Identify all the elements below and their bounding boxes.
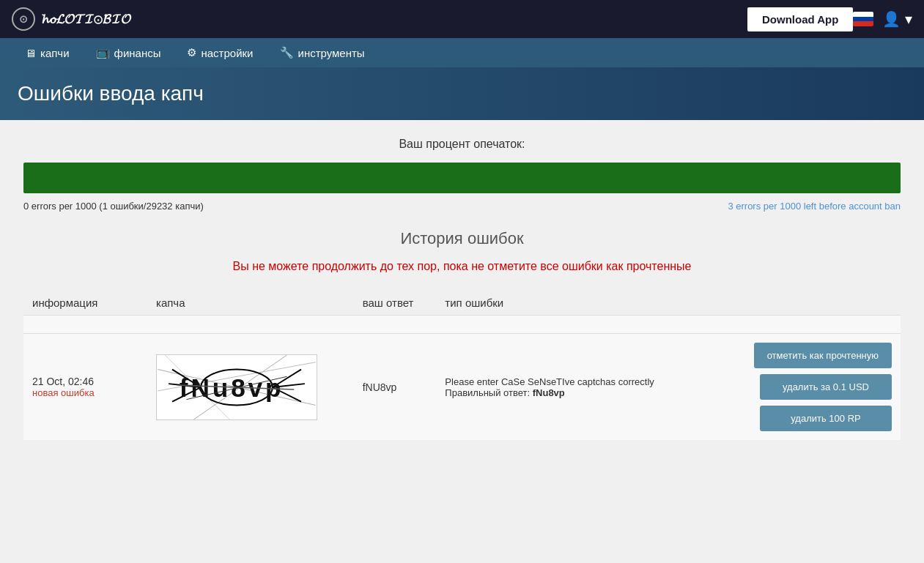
top-navbar: ⊙ 𝓱𝓸𝓛𝓞𝓣𝓘⊙𝓑𝓘𝓞 Download App 👤 ▾	[0, 0, 924, 38]
main-content: Ваш процент опечаток: 0 errors per 1000 …	[0, 120, 924, 458]
captcha-cell: fNu8vp	[147, 334, 354, 441]
error-type-cell: Please enter CaSe SeNseTIve captchas cor…	[436, 334, 725, 441]
history-title: История ошибок	[23, 229, 901, 248]
user-icon[interactable]: 👤 ▾	[882, 10, 912, 28]
error-rate-section: Ваш процент опечаток:	[23, 138, 901, 151]
error-type-text: Please enter CaSe SeNseTIve captchas cor…	[445, 376, 716, 387]
page-header: Ошибки ввода капч	[0, 67, 924, 120]
correct-answer: Правильный ответ: fNu8vp	[445, 387, 716, 398]
logo-text: 𝓱𝓸𝓛𝓞𝓣𝓘⊙𝓑𝓘𝓞	[41, 12, 131, 27]
col-answer: ваш ответ	[354, 291, 437, 316]
table-header-row: информация капча ваш ответ тип ошибки	[23, 291, 901, 316]
error-table: информация капча ваш ответ тип ошибки 21…	[23, 291, 901, 440]
table-row: 21 Oct, 02:46 новая ошибка	[23, 334, 901, 441]
russia-flag-icon	[853, 12, 873, 26]
answer-cell: fNU8vp	[354, 334, 437, 441]
nav-finance[interactable]: 📺 финансы	[83, 38, 174, 67]
correct-label: Правильный ответ:	[445, 387, 530, 398]
nav-settings[interactable]: ⚙ настройки	[174, 38, 266, 67]
settings-label: настройки	[201, 47, 253, 59]
progress-right-label: 3 errors per 1000 left before account ba…	[728, 201, 901, 212]
tools-label: инструменты	[298, 47, 365, 59]
captcha-image: fNu8vp	[156, 354, 317, 420]
progress-left-label: 0 errors per 1000 (1 ошибки/29232 капчи)	[23, 201, 204, 212]
col-actions	[725, 291, 901, 316]
col-captcha: капча	[147, 291, 354, 316]
navbar-right: 👤 ▾	[853, 10, 912, 28]
info-date: 21 Oct, 02:46	[32, 376, 138, 387]
correct-value: fNu8vp	[533, 387, 565, 398]
user-answer: fNU8vp	[363, 381, 397, 393]
warning-message: Вы не можете продолжить до тех пор, пока…	[23, 260, 901, 273]
mark-read-button[interactable]: отметить как прочтенную	[754, 343, 892, 368]
settings-icon: ⚙	[187, 46, 196, 59]
page-title: Ошибки ввода капч	[18, 82, 906, 105]
logo-area: ⊙ 𝓱𝓸𝓛𝓞𝓣𝓘⊙𝓑𝓘𝓞	[12, 7, 730, 31]
action-cell: отметить как прочтенную удалить за 0.1 U…	[725, 334, 901, 441]
captcha-icon: 🖥	[25, 47, 36, 59]
nav-tools[interactable]: 🔧 инструменты	[267, 38, 378, 67]
action-buttons: отметить как прочтенную удалить за 0.1 U…	[734, 343, 892, 431]
delete-usd-button[interactable]: удалить за 0.1 USD	[760, 374, 892, 400]
download-app-button[interactable]: Download App	[747, 7, 853, 31]
table-divider	[23, 316, 901, 334]
tools-icon: 🔧	[280, 46, 294, 59]
finance-icon: 📺	[96, 46, 110, 59]
info-cell: 21 Oct, 02:46 новая ошибка	[23, 334, 147, 441]
finance-label: финансы	[114, 47, 161, 59]
info-status: новая ошибка	[32, 387, 138, 398]
col-info: информация	[23, 291, 147, 316]
error-rate-label: Ваш процент опечаток:	[23, 138, 901, 151]
progress-labels: 0 errors per 1000 (1 ошибки/29232 капчи)…	[23, 201, 901, 212]
error-progress-bar	[23, 163, 901, 193]
captcha-svg: fNu8vp	[157, 355, 317, 420]
captcha-label: капчи	[40, 47, 70, 59]
nav-captcha[interactable]: 🖥 капчи	[12, 38, 83, 67]
delete-rp-button[interactable]: удалить 100 RP	[760, 406, 892, 431]
progress-bar-fill	[23, 163, 901, 193]
logo-icon: ⊙	[12, 7, 35, 31]
secondary-navbar: 🖥 капчи 📺 финансы ⚙ настройки 🔧 инструме…	[0, 38, 924, 67]
col-error-type: тип ошибки	[436, 291, 725, 316]
